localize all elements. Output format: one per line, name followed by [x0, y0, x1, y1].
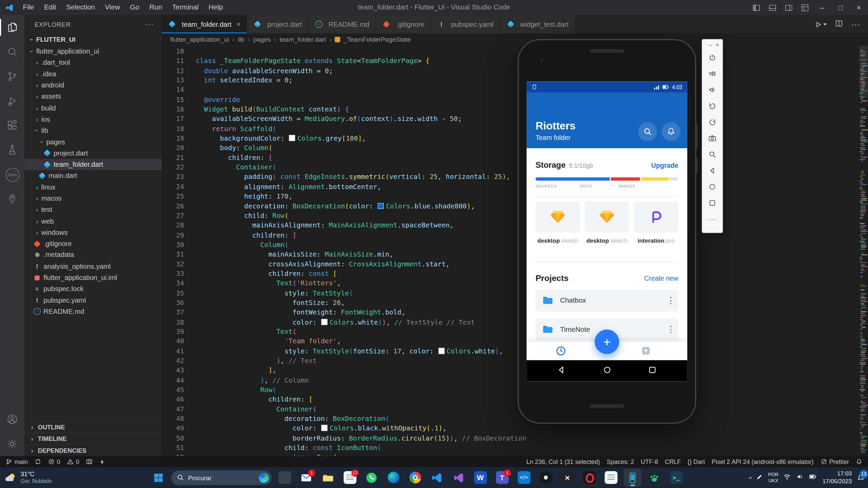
code-line-33[interactable]: 33 children: const [ [162, 269, 859, 279]
emulator-close-icon[interactable]: × [716, 42, 719, 48]
section-timeline[interactable]: ›TIMELINE [24, 433, 162, 445]
code-line-16[interactable]: 16 Widget build(BuildContext context) { [162, 105, 859, 115]
tree-item-build[interactable]: ›build [24, 102, 162, 114]
activitybar-run-debug[interactable] [0, 89, 24, 113]
upgrade-link[interactable]: Upgrade [651, 162, 678, 169]
emulator-screenshot-button[interactable] [704, 130, 721, 146]
workspace-root[interactable]: › FLUTTER_UI [24, 34, 162, 46]
activitybar-account[interactable] [0, 407, 24, 431]
menu-file[interactable]: File [18, 0, 39, 15]
taskbar-app-app-window[interactable] [276, 469, 294, 487]
emulator-minimize-icon[interactable]: – [709, 42, 712, 48]
code-line-32[interactable]: 32 crossAxisAlignment: CrossAxisAlignmen… [162, 260, 859, 269]
code-line-27[interactable]: 27 child: Row( [162, 211, 859, 221]
code-line-52[interactable]: 52 icon: Icon( [162, 453, 859, 456]
wifi-icon[interactable] [784, 472, 791, 483]
code-line-34[interactable]: 34 Text('Riotters', [162, 279, 859, 289]
code-line-44[interactable]: 44 ), // Column [162, 375, 859, 385]
breadcrumb-item[interactable]: lib [238, 36, 244, 43]
taskbar-app-mail[interactable]: 1 [297, 469, 315, 487]
taskbar-app-dev-code[interactable]: </> [515, 469, 533, 487]
code-line-43[interactable]: 43 ], [162, 366, 859, 376]
code-line-19[interactable]: 19 backgroundColor: Colors.grey[100], [162, 134, 859, 144]
tab-project.dart[interactable]: project.dart [248, 15, 309, 33]
taskbar-app-terminal[interactable]: >_ [667, 469, 685, 487]
status-ln-236-col-1-31-selected-[interactable]: Ln 236, Col 1 (31 selected) [526, 458, 600, 465]
section-outline[interactable]: ›OUTLINE [24, 421, 162, 433]
code-line-45[interactable]: 45 Row( [162, 385, 859, 395]
tree-item-README.md[interactable]: iREADME.md [24, 306, 162, 317]
fab-add-button[interactable]: + [595, 329, 619, 354]
tree-item-.dart_tool[interactable]: ›.dart_tool [24, 57, 162, 68]
tree-item-web[interactable]: ›web [24, 216, 162, 227]
breadcrumb-item[interactable]: flutter_application_ui [170, 36, 229, 43]
code-line-31[interactable]: 31 mainAxisSize: MainAxisSize.min, [162, 250, 859, 260]
code-line-26[interactable]: 26 decoration: BoxDecoration(color: Colo… [162, 202, 859, 211]
status-sync[interactable] [35, 458, 41, 465]
menu-view[interactable]: View [100, 0, 125, 15]
code-line-41[interactable]: 41 style: TextStyle(fontSize: 17, color:… [162, 347, 859, 357]
tree-item-pubspec.lock[interactable]: ≡pubspec.lock [24, 283, 162, 294]
battery-icon[interactable] [809, 472, 817, 483]
code-line-37[interactable]: 37 fontWeight: FontWeight.bold, [162, 308, 859, 318]
emulator-volume-up-button[interactable] [704, 65, 721, 81]
tree-item-macos[interactable]: ›macos [24, 193, 162, 204]
tab-widget_test.dart[interactable]: widget_test.dart [500, 15, 575, 33]
code-line-46[interactable]: 46 children: [ [162, 395, 859, 405]
minimap[interactable] [859, 46, 868, 456]
emulator-zoom-button[interactable] [704, 146, 721, 162]
file-card-interation[interactable] [634, 201, 678, 232]
tree-item-test[interactable]: ›test [24, 204, 162, 215]
status-utf-8[interactable]: UTF-8 [641, 458, 658, 465]
code-line-11[interactable]: 11class _TeamFolderPageState extends Sta… [162, 57, 859, 66]
code-line-21[interactable]: 21 children: [ [162, 153, 859, 163]
customize-layout-icon[interactable] [796, 0, 813, 15]
code-line-10[interactable]: 10 [162, 47, 859, 57]
taskbar-app-word[interactable]: W [471, 469, 489, 487]
weather-widget[interactable]: 31°C Ger. Nublado [4, 467, 52, 488]
code-line-40[interactable]: 40 'Team folder', [162, 337, 859, 347]
taskbar-app-visual-studio[interactable] [450, 469, 468, 487]
project-menu-icon[interactable] [670, 326, 672, 333]
code-line-25[interactable]: 25 height: 170, [162, 192, 859, 202]
status-layout[interactable] [86, 458, 93, 465]
volume-icon[interactable] [796, 472, 804, 483]
menu-terminal[interactable]: Terminal [167, 0, 203, 15]
code-line-50[interactable]: 50 borderRadius: BorderRadius.circular(1… [162, 434, 859, 444]
code-line-35[interactable]: 35 style: TextStyle( [162, 289, 859, 299]
breadcrumb-item[interactable]: team_folder.dart [280, 36, 326, 43]
code-line-36[interactable]: 36 fontSize: 26, [162, 298, 859, 308]
tab-team_folder.dart[interactable]: team_folder.dart× [162, 15, 247, 33]
status-zap[interactable] [99, 458, 105, 465]
tree-item-ios[interactable]: ›ios [24, 114, 162, 125]
taskbar-app-teams[interactable]: T1 [493, 469, 511, 487]
tree-item-.gitignore[interactable]: .gitignore [24, 238, 162, 249]
explorer-actions-icon[interactable]: ··· [145, 20, 154, 28]
taskbar-app-dot-app[interactable] [537, 469, 555, 487]
tree-item-analysis_options.yaml[interactable]: !analysis_options.yaml [24, 261, 162, 272]
menu-help[interactable]: Help [203, 0, 228, 15]
minimize-button[interactable]: – [813, 0, 831, 15]
hidden-icons-chevron[interactable]: › [746, 476, 754, 479]
create-new-link[interactable]: Create new [644, 274, 678, 282]
taskbar-app-edge[interactable] [384, 469, 402, 487]
close-button[interactable]: × [850, 0, 868, 15]
code-line-14[interactable]: 14 [162, 85, 859, 95]
add-box-icon[interactable] [641, 346, 651, 358]
toggle-secondary-sidebar-icon[interactable] [781, 0, 797, 15]
emulator-rotate-left-button[interactable] [704, 98, 721, 114]
emulator-overview-button[interactable] [704, 195, 721, 211]
file-card-desktop[interactable] [535, 201, 580, 232]
activitybar-settings[interactable] [0, 431, 24, 456]
code-line-20[interactable]: 20 body: Column( [162, 144, 859, 154]
code-line-51[interactable]: 51 child: const IconButton( [162, 443, 859, 453]
tree-item-flutter_application_ui[interactable]: ›flutter_application_ui [24, 46, 162, 57]
breadcrumb-symbol[interactable]: _TeamFolderPageState [335, 36, 411, 43]
taskbar-search[interactable]: Procurar [171, 470, 272, 485]
activitybar-explorer[interactable] [0, 15, 24, 39]
activitybar-source-control[interactable] [0, 64, 24, 88]
status-crlf[interactable]: CRLF [665, 458, 681, 465]
code-line-15[interactable]: 15 @override [162, 95, 859, 105]
taskbar-app-android-emulator[interactable] [624, 469, 642, 487]
tab-.gitignore[interactable]: .gitignore [376, 15, 431, 33]
